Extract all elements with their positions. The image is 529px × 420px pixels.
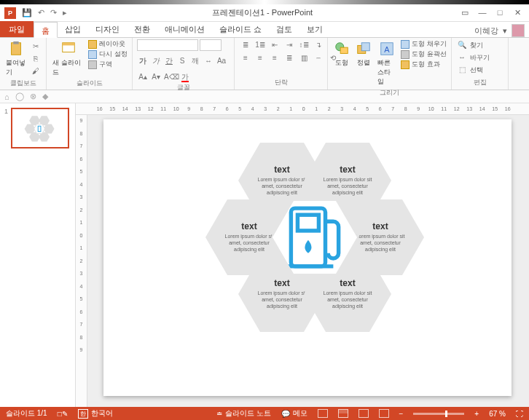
user-avatar[interactable] xyxy=(512,24,525,37)
format-painter-icon[interactable]: 🖌 xyxy=(30,66,42,77)
shape-effects-button[interactable]: 도형 효과 xyxy=(401,60,447,69)
language-indicator[interactable]: 한 한국어 xyxy=(78,408,113,419)
zoom-slider[interactable] xyxy=(413,413,464,415)
svg-rect-5 xyxy=(340,47,348,53)
tab-animations[interactable]: 애니메이션 xyxy=(157,21,212,37)
app-icon: P xyxy=(4,7,16,19)
arrange-button[interactable]: 정렬 xyxy=(354,39,373,69)
italic-button[interactable]: 가 xyxy=(150,55,162,67)
group-font-label: 글꼴 xyxy=(137,83,230,93)
tab-design[interactable]: 디자인 xyxy=(88,21,127,37)
tab-insert[interactable]: 삽입 xyxy=(58,21,88,37)
grow-font-icon[interactable]: A▴ xyxy=(137,71,149,83)
shapes-button[interactable]: 도형 xyxy=(332,39,351,69)
slide-thumbnail-1[interactable] xyxy=(11,108,69,148)
group-clipboard-label: 클립보드 xyxy=(4,79,42,89)
svg-rect-3 xyxy=(62,43,74,46)
tab-transitions[interactable]: 전환 xyxy=(127,21,157,37)
spell-check-icon[interactable]: □✎ xyxy=(58,410,68,418)
zoom-value[interactable]: 67 % xyxy=(489,410,506,418)
user-dropdown-icon[interactable]: ▾ xyxy=(503,26,507,36)
new-slide-button[interactable]: 새 슬라이드 xyxy=(51,39,85,79)
qat-save-icon[interactable]: 💾 xyxy=(22,8,32,17)
group-drawing-label: 그리기 xyxy=(332,88,447,98)
view-reading-button[interactable] xyxy=(358,409,369,418)
section-button[interactable]: 구역 xyxy=(88,60,128,69)
view-normal-button[interactable] xyxy=(318,409,328,418)
sec-circle-icon[interactable]: ◯ xyxy=(15,92,24,101)
slide-editor: 1615141312111098765432101234567891011121… xyxy=(76,103,529,407)
align-text-button[interactable]: ⎓ xyxy=(312,52,325,64)
replace-button[interactable]: ↔바꾸기 xyxy=(456,52,490,63)
ruler-horizontal: 1615141312111098765432101234567891011121… xyxy=(76,103,529,115)
cut-icon[interactable]: ✂ xyxy=(30,41,42,52)
shape-outline-button[interactable]: 도형 윤곽선 xyxy=(401,49,447,59)
sec-diamond-icon[interactable]: ◆ xyxy=(42,92,48,101)
tab-home[interactable]: 홈 xyxy=(34,22,58,38)
shadow-button[interactable]: 깨 xyxy=(189,55,201,67)
slide-count[interactable]: 슬라이드 1/1 xyxy=(6,408,47,419)
shape-fill-button[interactable]: 도형 채우기 xyxy=(401,39,447,49)
tab-file[interactable]: 파일 xyxy=(0,21,34,37)
bullets-button[interactable]: ≣ xyxy=(239,39,252,51)
minimize-icon[interactable]: — xyxy=(475,8,490,17)
indent-inc-button[interactable]: ⇥ xyxy=(283,39,296,51)
maximize-icon[interactable]: □ xyxy=(493,8,507,17)
align-left-button[interactable]: ≡ xyxy=(239,52,252,64)
view-sorter-button[interactable] xyxy=(338,409,348,418)
paste-button[interactable]: 붙여넣기 xyxy=(4,39,27,79)
slide-canvas[interactable]: text Lorem ipsum dolor sit amet, consect… xyxy=(103,119,512,396)
strike-button[interactable]: S xyxy=(176,55,188,67)
copy-icon[interactable]: ⎘ xyxy=(30,53,42,65)
svg-marker-16 xyxy=(34,124,45,133)
tab-review[interactable]: 검토 xyxy=(269,21,299,37)
text-direction-button[interactable]: ↴ xyxy=(312,39,325,51)
quick-access-toolbar: 💾 ↶ ↷ ▸ xyxy=(22,8,67,17)
status-bar: 슬라이드 1/1 □✎ 한 한국어 ≐ 슬라이드 노트 💬 메모 − + 67 … xyxy=(0,407,529,420)
numbering-button[interactable]: 1≣ xyxy=(254,39,267,51)
indent-dec-button[interactable]: ⇤ xyxy=(268,39,281,51)
window-title: 프레젠테이션1 - PowerPoint xyxy=(67,7,458,18)
notes-button[interactable]: ≐ 슬라이드 노트 xyxy=(216,408,271,419)
group-slides-label: 슬라이드 xyxy=(51,79,128,89)
svg-rect-0 xyxy=(11,43,20,55)
svg-text:A: A xyxy=(385,45,391,54)
tab-slideshow[interactable]: 슬라이드 쇼 xyxy=(212,21,269,37)
align-right-button[interactable]: ≡ xyxy=(268,52,281,64)
fit-to-window-button[interactable]: ⛶ xyxy=(516,410,523,418)
group-editing-label: 편집 xyxy=(456,78,503,88)
user-name[interactable]: 이혜강 xyxy=(474,25,498,36)
font-color-button[interactable]: 가 xyxy=(176,71,194,83)
case-button[interactable]: Aa xyxy=(216,55,227,67)
ribbon: 붙여넣기 ✂ ⎘ 🖌 클립보드 새 슬라이드 레이아웃 다시 설정 구역 슬라이… xyxy=(0,38,529,90)
layout-button[interactable]: 레이아웃 xyxy=(88,39,128,49)
underline-button[interactable]: 간 xyxy=(163,55,175,67)
view-slideshow-button[interactable] xyxy=(379,409,389,418)
quick-styles-button[interactable]: A 빠른 스타일 xyxy=(376,39,398,88)
justify-button[interactable]: ≣ xyxy=(283,52,296,64)
columns-button[interactable]: ▥ xyxy=(297,52,310,64)
line-spacing-button[interactable]: ↕≣ xyxy=(297,39,310,51)
qat-undo-icon[interactable]: ↶ xyxy=(38,8,44,17)
shrink-font-icon[interactable]: A▾ xyxy=(150,71,162,83)
spacing-button[interactable]: ↔ xyxy=(203,55,214,67)
title-bar: P 💾 ↶ ↷ ▸ 프레젠테이션1 - PowerPoint ▭ — □ ✕ xyxy=(0,4,529,22)
font-family-select[interactable] xyxy=(137,39,198,51)
select-button[interactable]: ⬚선택 xyxy=(456,64,490,76)
close-icon[interactable]: ✕ xyxy=(510,8,525,17)
sec-x-icon[interactable]: ⊗ xyxy=(30,92,36,101)
reset-button[interactable]: 다시 설정 xyxy=(88,49,128,59)
comments-button[interactable]: 💬 메모 xyxy=(281,408,307,419)
bold-button[interactable]: 가 xyxy=(137,55,149,67)
zoom-out-button[interactable]: − xyxy=(399,410,404,418)
ribbon-tabs: 파일 홈 삽입 디자인 전환 애니메이션 슬라이드 쇼 검토 보기 이혜강 ▾ xyxy=(0,22,529,38)
qat-redo-icon[interactable]: ↷ xyxy=(50,8,57,17)
font-size-select[interactable] xyxy=(200,39,222,51)
tab-view[interactable]: 보기 xyxy=(299,21,330,37)
align-center-button[interactable]: ≡ xyxy=(254,52,267,64)
ribbon-options-icon[interactable]: ▭ xyxy=(458,8,472,17)
sec-home-icon[interactable]: ⌂ xyxy=(4,92,9,101)
zoom-in-button[interactable]: + xyxy=(474,410,479,418)
find-button[interactable]: 🔍찾기 xyxy=(456,39,490,51)
clear-format-icon[interactable]: A⌫ xyxy=(163,71,175,83)
